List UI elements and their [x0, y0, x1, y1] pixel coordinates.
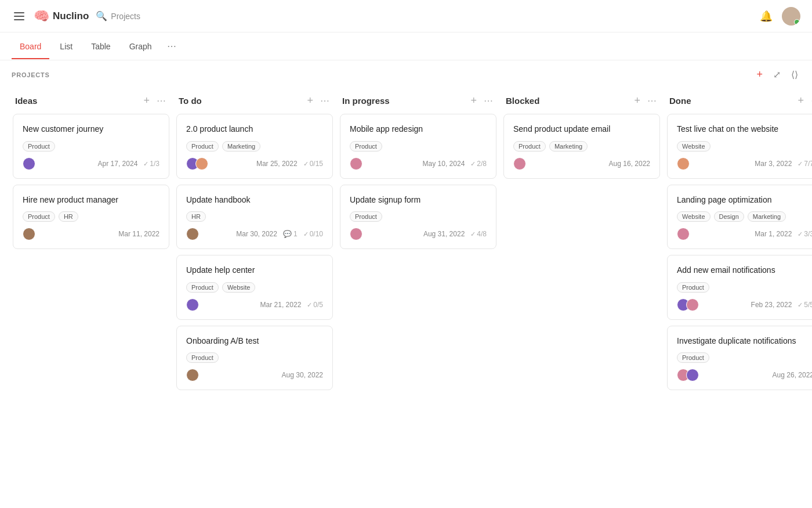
card-avatars	[350, 157, 359, 170]
card-footer: Apr 17, 2024✓1/3	[23, 157, 160, 170]
topnav: 🧠 Nuclino 🔍 Projects 🔔	[0, 0, 812, 33]
column-add-button[interactable]: +	[796, 93, 805, 108]
card[interactable]: 2.0 product launchProductMarketingMar 25…	[176, 114, 333, 179]
logo-icon: 🧠	[34, 9, 49, 24]
card-checks: ✓5/5	[798, 301, 812, 309]
column-header: Blocked+⋯	[503, 89, 660, 114]
card-tag: Marketing	[748, 211, 786, 222]
card-footer: Mar 1, 2022✓3/3	[677, 228, 812, 240]
card-tags: Product	[350, 211, 487, 222]
card-meta: Mar 25, 2022✓0/15	[256, 160, 323, 168]
notifications-button[interactable]: 🔔	[760, 10, 773, 23]
card-title: Mobile app redesign	[350, 124, 487, 135]
tabbar: Board List Table Graph ⋯	[0, 33, 812, 60]
card-avatars	[186, 369, 195, 381]
collapse-button[interactable]: ⟨⟩	[789, 68, 800, 81]
card[interactable]: Mobile app redesignProductMay 10, 2024✓2…	[340, 114, 496, 179]
card-avatars	[677, 157, 686, 170]
column-add-button[interactable]: +	[469, 93, 478, 108]
comment-icon: 💬	[283, 230, 292, 238]
card-meta: Feb 23, 2022✓5/5	[751, 301, 812, 309]
column-more-button[interactable]: ⋯	[155, 94, 167, 107]
card-title: Landing page optimization	[677, 194, 812, 206]
card-avatars	[186, 228, 195, 240]
card-tags: Product	[186, 352, 323, 363]
column-add-button[interactable]: +	[633, 93, 641, 108]
card-meta: Aug 30, 2022	[282, 371, 323, 379]
card-checks: ✓0/15	[303, 160, 323, 168]
add-project-button[interactable]: +	[754, 67, 765, 82]
card[interactable]: Investigate duplicate notificationsProdu…	[667, 326, 812, 391]
card[interactable]: New customer journeyProductApr 17, 2024✓…	[13, 114, 169, 179]
card[interactable]: Update handbookHRMar 30, 2022💬 1✓0/10	[176, 185, 333, 250]
column-more-button[interactable]: ⋯	[646, 94, 658, 107]
card[interactable]: Test live chat on the websiteWebsiteMar …	[667, 114, 812, 179]
card-avatar	[686, 298, 699, 311]
card-tags: Product	[677, 282, 812, 293]
user-avatar[interactable]	[782, 7, 800, 26]
card[interactable]: Update help centerProductWebsiteMar 21, …	[176, 255, 333, 320]
card-avatars	[677, 298, 695, 311]
card-avatar	[195, 157, 208, 170]
tab-table[interactable]: Table	[83, 34, 118, 59]
card-title: New customer journey	[23, 124, 160, 135]
column-more-button[interactable]: ⋯	[810, 94, 812, 107]
card-tag: Website	[222, 282, 256, 293]
expand-button[interactable]: ⤢	[771, 68, 783, 81]
card-date: Aug 26, 2022	[773, 371, 812, 379]
column-actions: +⋯	[469, 93, 494, 108]
card[interactable]: Onboarding A/B testProductAug 30, 2022	[176, 326, 333, 391]
card-avatar	[350, 228, 362, 240]
column-ideas: Ideas+⋯New customer journeyProductApr 17…	[13, 89, 169, 504]
column-blocked: Blocked+⋯Send product update emailProduc…	[503, 89, 660, 504]
tab-graph[interactable]: Graph	[121, 34, 160, 59]
card[interactable]: Hire new product managerProductHRMar 11,…	[13, 185, 169, 250]
column-more-button[interactable]: ⋯	[319, 94, 331, 107]
card-title: Test live chat on the website	[677, 124, 812, 135]
check-icon: ✓	[303, 160, 309, 167]
menu-button[interactable]	[12, 10, 27, 23]
topnav-right: 🔔	[760, 7, 800, 26]
card-tags: WebsiteDesignMarketing	[677, 211, 812, 222]
card-date: Aug 31, 2022	[423, 230, 465, 238]
card-avatar	[23, 228, 35, 240]
card-footer: Aug 16, 2022	[513, 157, 650, 170]
card-date: Mar 21, 2022	[260, 301, 302, 309]
card-meta: Aug 26, 2022	[773, 371, 812, 379]
tab-more-button[interactable]: ⋯	[162, 33, 181, 60]
column-add-button[interactable]: +	[142, 93, 151, 108]
card-avatars	[677, 369, 695, 381]
column-more-button[interactable]: ⋯	[483, 94, 494, 107]
card-footer: Aug 26, 2022	[677, 369, 812, 381]
card-tags: Product	[350, 141, 487, 152]
card-title: 2.0 product launch	[186, 124, 323, 135]
card-tags: ProductWebsite	[186, 282, 323, 293]
tab-list[interactable]: List	[52, 34, 81, 59]
card-checks: ✓2/8	[470, 160, 487, 168]
card-tags: Product	[23, 141, 160, 152]
column-header: Ideas+⋯	[13, 89, 169, 114]
card-footer: May 10, 2024✓2/8	[350, 157, 487, 170]
card-tag: Design	[714, 211, 744, 222]
card[interactable]: Landing page optimizationWebsiteDesignMa…	[667, 185, 812, 250]
search-area[interactable]: 🔍 Projects	[96, 10, 140, 21]
check-icon: ✓	[143, 160, 148, 167]
card-tag: Product	[23, 211, 55, 222]
card[interactable]: Send product update emailProductMarketin…	[503, 114, 660, 179]
card-tags: Product	[677, 352, 812, 363]
card-avatar	[186, 228, 199, 240]
card[interactable]: Add new email notificationsProductFeb 23…	[667, 255, 812, 320]
card-meta: Aug 31, 2022✓4/8	[423, 230, 487, 238]
card-tags: ProductHR	[23, 211, 160, 222]
card-meta: Mar 1, 2022✓3/3	[755, 230, 812, 238]
card-title: Investigate duplicate notifications	[677, 336, 812, 347]
card-tag: Product	[186, 141, 219, 152]
card-meta: Mar 21, 2022✓0/5	[260, 301, 323, 309]
topnav-left: 🧠 Nuclino 🔍 Projects	[12, 9, 751, 24]
column-add-button[interactable]: +	[306, 93, 314, 108]
card-meta: Mar 3, 2022✓7/7	[755, 160, 812, 168]
card[interactable]: Update signup formProductAug 31, 2022✓4/…	[340, 185, 496, 250]
tab-board[interactable]: Board	[12, 34, 49, 59]
card-tag: HR	[59, 211, 78, 222]
card-date: May 10, 2024	[423, 160, 465, 168]
